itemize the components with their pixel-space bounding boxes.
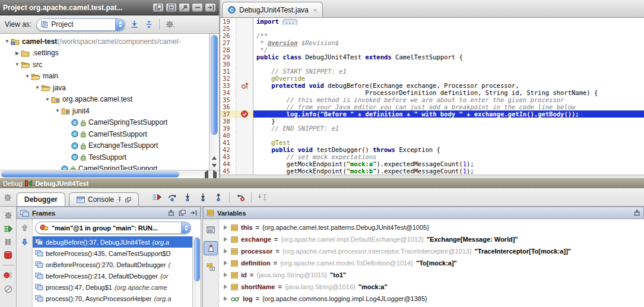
pause-icon[interactable]	[5, 239, 11, 245]
code-text[interactable]: // set mock expectations	[253, 153, 644, 160]
code-text[interactable]: ProcessorDefinition definition, String i…	[253, 89, 644, 96]
tree-item[interactable]: cCamelSpringTestSupport	[0, 117, 209, 129]
code-line[interactable]: 44 getMockEndpoint("mock:a").expectedMes…	[220, 160, 644, 167]
code-text[interactable]	[253, 132, 644, 139]
gutter[interactable]	[236, 61, 253, 68]
stop-icon[interactable]	[4, 251, 12, 259]
dropdown-stepper-icon[interactable]	[181, 222, 191, 233]
variable-row[interactable]: processor = {org.apache.camel.processor.…	[219, 245, 644, 257]
code-line[interactable]: 34 ProcessorDefinition definition, Strin…	[220, 89, 644, 96]
tree-item[interactable]: cCamelTestSupport	[0, 128, 209, 140]
code-line[interactable]: 28 */	[220, 46, 644, 53]
tab-console[interactable]: Console	[69, 192, 139, 206]
code-editor[interactable]: 19import ...2526/**27 * @version $Revisi…	[220, 18, 644, 175]
variable-row[interactable]: exchange = {org.apache.camel.impl.Defaul…	[219, 233, 644, 245]
variable-row[interactable]: shortName = {java.lang.String@1016}"mock…	[219, 281, 644, 293]
stack-frame-row[interactable]: process():70, AsyncProcessorHelper (org.…	[33, 293, 201, 304]
frames-header[interactable]: Frames	[17, 207, 201, 219]
view-as-dropdown[interactable]: Project	[36, 18, 125, 31]
code-text[interactable]: }	[253, 118, 644, 125]
tree-item[interactable]: ▼org.apache.camel.test	[0, 94, 209, 106]
step-out-icon[interactable]	[214, 193, 223, 201]
variable-row[interactable]: definition = {org.apache.camel.model.ToD…	[219, 257, 644, 269]
gutter[interactable]	[236, 153, 253, 160]
code-line[interactable]: 35 // this method is invoked before we a…	[220, 96, 644, 103]
gutter[interactable]	[236, 132, 253, 139]
scroll-up-arrow-icon[interactable]	[210, 154, 219, 162]
stack-frame-row[interactable]: process():47, Debug$1 (org.apache.came	[33, 281, 201, 293]
restore-icon[interactable]	[634, 210, 640, 216]
gutter[interactable]	[236, 160, 253, 167]
code-text[interactable]: @Override	[253, 75, 644, 82]
project-hscrollbar[interactable]	[0, 170, 219, 178]
gutter[interactable]	[236, 32, 253, 39]
tree-item[interactable]: ▼java	[0, 82, 209, 94]
frame-down-icon[interactable]	[21, 238, 28, 246]
scroll-from-source-icon[interactable]	[130, 20, 139, 29]
thread-selector[interactable]: "main"@1 in group "main": RUN...	[35, 221, 191, 234]
mute-breakpoints-icon[interactable]	[4, 285, 12, 293]
expand-arrow-icon[interactable]	[224, 225, 227, 230]
code-line[interactable]: 42 public void testDebugger() throws Exc…	[220, 146, 644, 153]
tree-item[interactable]: ▼src	[0, 59, 209, 71]
code-line[interactable]: 27 * @version $Revision$	[220, 39, 644, 46]
stack-frame-row[interactable]: beforeProcess():214, DefaultDebugger (or	[33, 270, 201, 281]
code-text[interactable]	[253, 25, 644, 32]
resume-icon[interactable]	[4, 225, 13, 233]
restore-icon[interactable]	[168, 210, 175, 216]
code-line[interactable]: 40	[220, 132, 644, 139]
code-text[interactable]: */	[253, 46, 644, 53]
code-text[interactable]: @Test	[253, 139, 644, 146]
show-execution-point-icon[interactable]	[152, 194, 161, 201]
override-marker-icon[interactable]	[241, 82, 249, 89]
code-text[interactable]: protected void debugBefore(Exchange exch…	[253, 82, 644, 89]
gutter[interactable]	[236, 89, 253, 96]
code-line[interactable]: 32 @Override	[220, 75, 644, 82]
code-text[interactable]: log.info("Before " + definition + " with…	[253, 110, 644, 118]
debug-title-bar[interactable]: Debug DebugJUnit4Test	[0, 178, 644, 188]
code-text[interactable]: * @version $Revision$	[253, 39, 644, 46]
gutter[interactable]	[236, 18, 253, 25]
code-line[interactable]: 19import ...	[220, 18, 644, 25]
tree-open-arrow-icon[interactable]: ▼	[54, 108, 61, 113]
settings-gear-icon[interactable]	[166, 20, 175, 29]
hide-panel-icon[interactable]	[190, 210, 197, 216]
code-line[interactable]: 43 // set mock expectations	[220, 153, 644, 160]
gutter[interactable]	[236, 46, 253, 53]
debugger-bug-icon[interactable]	[4, 194, 12, 201]
expand-arrow-icon[interactable]	[224, 273, 227, 277]
tree-open-arrow-icon[interactable]: ▼	[24, 74, 31, 79]
code-text[interactable]: // START SNIPPET: e1	[253, 68, 644, 75]
gutter[interactable]	[236, 110, 253, 118]
code-text[interactable]: import ...	[253, 18, 644, 25]
tree-item[interactable]: cCamelSpringTestSupport	[0, 163, 209, 170]
code-text[interactable]: /**	[253, 32, 644, 39]
gutter[interactable]	[236, 103, 253, 110]
code-text[interactable]: // this method is invoked before we are …	[253, 96, 644, 103]
gutter[interactable]	[236, 125, 253, 132]
stack-frame-row[interactable]: beforeProcess():435, CamelTestSupport$D	[33, 248, 201, 259]
dropdown-stepper-icon[interactable]	[115, 19, 125, 30]
expand-arrow-icon[interactable]	[224, 237, 227, 242]
expand-arrow-icon[interactable]	[224, 249, 227, 254]
code-line[interactable]: 33 protected void debugBefore(Exchange e…	[220, 82, 644, 89]
code-line[interactable]: 26/**	[220, 32, 644, 39]
gutter[interactable]	[236, 96, 253, 103]
bug-icon[interactable]	[4, 211, 12, 219]
code-text[interactable]	[253, 61, 644, 68]
gutter[interactable]	[236, 25, 253, 32]
scroll-down-arrow-icon[interactable]	[210, 162, 219, 169]
tree-item[interactable]: cExchangeTestSupport	[0, 140, 209, 152]
gutter[interactable]	[236, 146, 253, 153]
tree-item[interactable]: ▶.settings	[0, 48, 209, 59]
tab-debugger[interactable]: Debugger	[17, 192, 65, 206]
code-line[interactable]: 30	[220, 61, 644, 68]
pin-tab-icon[interactable]	[117, 197, 122, 202]
code-line[interactable]: 41 @Test	[220, 139, 644, 146]
code-line[interactable]: 37 log.info("Before " + definition + " w…	[220, 110, 644, 118]
code-line[interactable]: 25	[220, 25, 644, 32]
frame-up-icon[interactable]	[21, 224, 28, 232]
code-text[interactable]: getMockEndpoint("mock:b").expectedMessag…	[253, 167, 644, 175]
collapse-all-icon[interactable]	[145, 20, 153, 29]
code-line[interactable]: 45 getMockEndpoint("mock:b").expectedMes…	[220, 167, 644, 175]
